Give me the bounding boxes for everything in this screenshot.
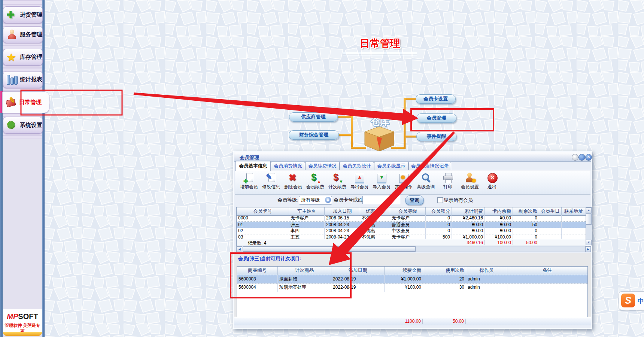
sidebar-item-label: 库存管理 xyxy=(20,54,42,61)
scroll-thumb[interactable] xyxy=(243,246,416,252)
red-x-icon: ✖ xyxy=(288,172,299,183)
sidebar-item-purchase[interactable]: ✚ 进货管理 xyxy=(3,6,43,23)
times-row[interactable]: 5600003漆面封蜡2022-08-19¥1,000.0020admin xyxy=(237,275,587,283)
print-button[interactable]: 打印 xyxy=(437,171,458,193)
member-row[interactable]: 0000无卡客户2006-06-15不优惠无卡客户0¥2,460.16¥0.00… xyxy=(237,215,586,222)
starburst-icon: ✹ xyxy=(398,172,409,183)
times-row[interactable]: 5600004玻璃增亮处理2022-08-19¥100.0030admin xyxy=(237,283,587,292)
scroll-up-icon[interactable]: ▲ xyxy=(586,207,592,213)
sidebar-item-daily[interactable]: ✎ 日常管理 xyxy=(2,91,49,113)
advanced-search-button[interactable]: 高级查询 xyxy=(415,171,436,193)
member-level-select[interactable]: 所有等级 xyxy=(299,196,332,205)
tab-arrears[interactable]: 会员欠款统计 xyxy=(340,162,374,170)
finance-management-button[interactable]: 财务综合管理 xyxy=(289,130,339,140)
sidebar-item-label: 统计报表 xyxy=(20,76,42,83)
member-card-settings-button[interactable]: 会员卡设置 xyxy=(416,94,456,104)
col-header[interactable]: 备注 xyxy=(507,267,587,275)
col-header[interactable]: 操作员 xyxy=(466,267,507,275)
member-row[interactable]: 01张三2008-04-23不优惠普通会员0¥0.00¥0.0050 xyxy=(237,222,586,228)
cell-amount: ¥1,000.00 xyxy=(385,275,423,283)
scroll-thumb[interactable] xyxy=(586,213,592,225)
times-table-header[interactable]: 商品编号计次商品添加日期续费金额使用次数操作员备注 xyxy=(237,267,587,275)
import-down-icon: ▼ xyxy=(376,172,387,183)
col-header[interactable]: 会员积分 xyxy=(426,207,452,215)
toolbar-label: 其它操作 xyxy=(393,184,414,190)
col-header[interactable]: 添加日期 xyxy=(331,267,385,275)
tab-renewal[interactable]: 会员续费情况 xyxy=(305,162,340,170)
times-table: 商品编号计次商品添加日期续费金额使用次数操作员备注 5600003漆面封蜡202… xyxy=(237,266,588,317)
tab-consumption[interactable]: 会员消费情况 xyxy=(271,162,305,170)
sogou-logo-icon[interactable]: S xyxy=(621,294,635,307)
printer-icon xyxy=(442,172,453,183)
minimize-button[interactable]: – xyxy=(572,154,578,161)
search-button[interactable]: 查询 xyxy=(405,195,424,205)
member-management-button[interactable]: 会员管理 xyxy=(416,113,456,123)
times-section-label: 会员[张三]当前可用计次项目: xyxy=(238,255,301,262)
tab-basic-info[interactable]: 会员基本信息 xyxy=(236,161,271,171)
cell-address xyxy=(562,215,586,221)
stamp-pencil-icon: ✎ xyxy=(6,97,17,108)
tab-multilevel[interactable]: 会员多级显示 xyxy=(374,162,408,170)
edit-info-button[interactable]: ✎ 修改信息 xyxy=(261,171,282,193)
toolbar-label: 修改信息 xyxy=(261,184,282,190)
add-member-button[interactable]: ✚ 增加会员 xyxy=(239,171,259,193)
member-renew-button[interactable]: $▲ 会员续费 xyxy=(305,171,326,193)
col-header[interactable]: 累计消费 xyxy=(452,207,485,215)
ime-mode-label[interactable]: 中 xyxy=(638,297,644,305)
cell-remark xyxy=(507,275,587,283)
dollar-down-icon: $▼ xyxy=(332,172,343,183)
scroll-right-icon[interactable]: ▶ xyxy=(585,246,591,252)
sidebar-item-service[interactable]: 服务管理 xyxy=(3,26,43,43)
col-header[interactable]: 使用次数 xyxy=(423,267,466,275)
import-members-button[interactable]: ▼ 导入会员 xyxy=(371,171,392,193)
tab-visit-records[interactable]: 会员到店情况记录 xyxy=(408,162,451,170)
col-header[interactable]: 会员等级 xyxy=(390,207,426,215)
col-header[interactable]: 商品编号 xyxy=(237,267,278,275)
col-header[interactable]: 卡内余额 xyxy=(485,207,513,215)
bracket-line xyxy=(338,116,353,118)
col-header[interactable]: 加入日期 xyxy=(325,207,360,215)
col-header[interactable]: 计次商品 xyxy=(278,267,331,275)
horizontal-scrollbar[interactable]: ◀ ▶ xyxy=(236,246,591,252)
export-up-icon: ▲ xyxy=(354,172,365,183)
col-header[interactable]: 车主姓名 xyxy=(289,207,325,215)
col-header[interactable]: 联系地址 xyxy=(562,207,586,215)
card-or-name-input[interactable] xyxy=(362,196,400,204)
window-title-bar[interactable]: 会员管理 – □ ✕ xyxy=(234,152,591,162)
cell-card-no: 0000 xyxy=(237,215,289,221)
col-header[interactable]: 续费金额 xyxy=(385,267,423,275)
col-header[interactable]: 会员卡号 xyxy=(237,207,289,215)
sidebar-item-inventory[interactable]: ★ 库存管理 xyxy=(3,49,43,66)
delete-member-button[interactable]: ✖ 删除会员 xyxy=(283,171,304,193)
green-plus-icon: ✚ xyxy=(6,9,18,21)
supplier-management-button[interactable]: 供应商管理 xyxy=(289,112,338,122)
scroll-down-icon[interactable]: ▼ xyxy=(586,240,592,245)
col-header[interactable]: 优惠方式 xyxy=(360,207,390,215)
col-header[interactable]: 剩余次数 xyxy=(513,207,539,215)
logo-mp: MP xyxy=(7,312,18,321)
other-operations-button[interactable]: ✹ 其它操作 xyxy=(393,171,414,193)
export-members-button[interactable]: ▲ 导出会员 xyxy=(349,171,370,193)
bracket-line xyxy=(351,116,353,149)
member-settings-button[interactable]: ✹ 会员设置 xyxy=(459,171,480,193)
sidebar-item-settings[interactable]: ✺ 系统设置 xyxy=(3,117,43,134)
vertical-scrollbar[interactable]: ▲ ▼ xyxy=(586,207,592,245)
scroll-left-icon[interactable]: ◀ xyxy=(237,246,242,252)
maximize-button[interactable]: □ xyxy=(578,154,585,161)
col-header[interactable]: 会员生日 xyxy=(539,207,562,215)
spinner-icon[interactable] xyxy=(325,197,331,203)
exit-button[interactable]: ✕ 退出 xyxy=(482,171,502,193)
close-button[interactable]: ✕ xyxy=(585,154,592,161)
cell-times-left: 0 xyxy=(513,215,539,221)
member-row[interactable]: 02李四2008-04-23不优惠中级会员0¥0.00¥0.000 xyxy=(237,228,586,234)
event-reminder-button[interactable]: 事件提醒 xyxy=(416,132,456,141)
person-icon xyxy=(6,29,18,40)
toolbar-label: 增加会员 xyxy=(239,184,259,190)
cell-balance: ¥0.00 xyxy=(485,215,513,221)
sidebar-item-label: 服务管理 xyxy=(20,31,42,38)
show-all-members-checkbox[interactable] xyxy=(437,197,443,203)
members-table-header[interactable]: 会员卡号车主姓名加入日期优惠方式会员等级会员积分累计消费卡内余额剩余次数会员生日… xyxy=(237,207,586,216)
times-renew-button[interactable]: $▼ 计次续费 xyxy=(327,171,348,193)
ime-toolbar[interactable]: S 中 xyxy=(619,291,644,310)
sidebar-item-reports[interactable]: 统计报表 xyxy=(3,71,43,88)
